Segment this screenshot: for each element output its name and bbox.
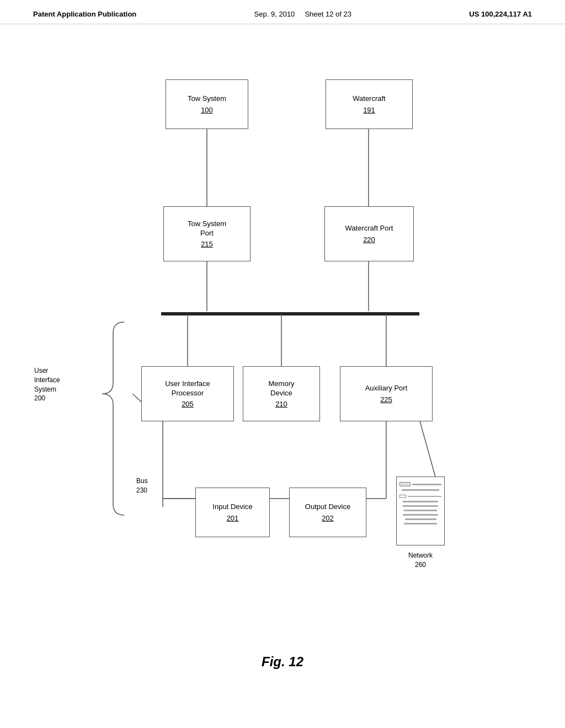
tow-system-label: Tow System [188,94,226,104]
memory-device-box: MemoryDevice 210 [243,366,320,421]
tow-system-port-label: Tow SystemPort [188,220,226,238]
header-right: US 100,224,117 A1 [469,10,532,18]
output-device-label: Output Device [305,502,350,512]
output-device-box: Output Device 202 [289,488,366,537]
uis-line1: User [34,366,60,376]
fig-caption: Fig. 12 [262,654,303,670]
network-label-text: Network [396,551,445,560]
page-header: Patent Application Publication Sep. 9, 2… [0,0,565,24]
ui-processor-number: 205 [182,400,194,408]
watercraft-port-label: Watercraft Port [345,224,393,233]
ui-processor-label: User InterfaceProcessor [165,379,210,398]
bus-line1: Bus [136,477,148,486]
network-device-box [396,477,445,545]
tow-system-number: 100 [201,106,213,114]
uis-line2: Interface [34,376,60,385]
watercraft-box: Watercraft 191 [326,79,413,129]
watercraft-label: Watercraft [353,94,385,104]
header-sheet: Sheet 12 of 23 [305,10,351,18]
header-date: Sep. 9, 2010 [254,10,295,18]
input-device-box: Input Device 201 [195,488,270,537]
auxiliary-port-number: 225 [380,395,392,404]
watercraft-port-box: Watercraft Port 220 [324,206,414,261]
uis-label: User Interface System 200 [34,366,60,403]
ui-processor-box: User InterfaceProcessor 205 [141,366,234,421]
diagram-lines [0,24,565,686]
header-center: Sep. 9, 2010 Sheet 12 of 23 [254,10,351,18]
input-device-number: 201 [227,514,239,522]
uis-line3: System [34,385,60,394]
network-number: 260 [396,560,445,570]
header-left: Patent Application Publication [33,10,136,18]
watercraft-number: 191 [363,106,375,114]
auxiliary-port-label: Auxiliary Port [365,384,408,393]
bus-label: Bus 230 [136,477,148,495]
bus-number: 230 [136,486,148,495]
tow-system-box: Tow System 100 [166,79,248,129]
uis-number: 200 [34,394,60,403]
network-label: Network 260 [396,551,445,570]
watercraft-port-number: 220 [363,235,375,244]
output-device-number: 202 [322,514,334,522]
tow-system-port-number: 215 [201,240,213,248]
memory-device-number: 210 [275,400,287,408]
input-device-label: Input Device [212,502,252,512]
tow-system-port-box: Tow SystemPort 215 [163,206,250,261]
diagram-area: Tow System 100 Watercraft 191 Tow System… [0,24,565,686]
auxiliary-port-box: Auxiliary Port 225 [340,366,433,421]
memory-device-label: MemoryDevice [269,379,295,398]
